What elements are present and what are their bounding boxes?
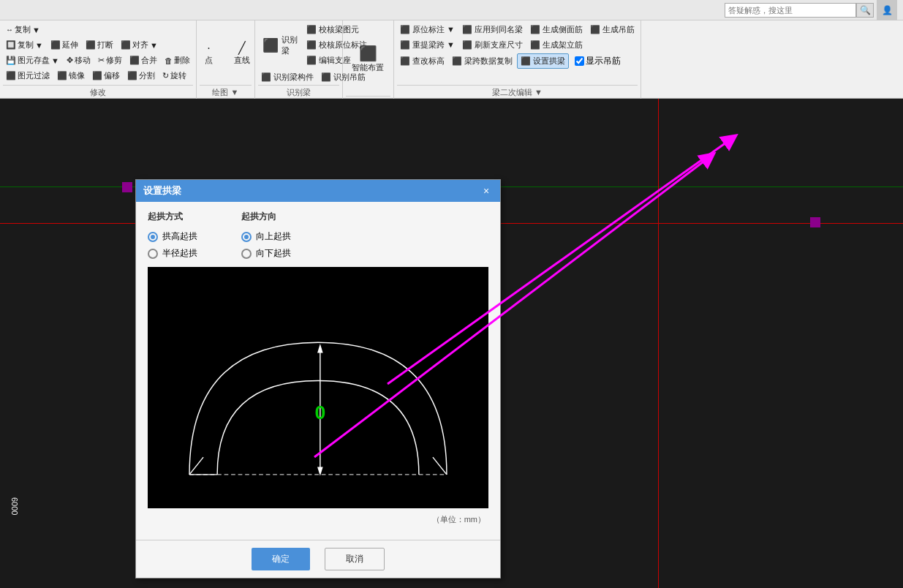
gen-side-rebar-btn[interactable]: ⬛ 生成侧面筋 (527, 23, 586, 37)
toolbar-group-identify-beam: ⬛ 识别梁 ⬛ 校核梁图元 ⬛ 校核原位标注 ⬛ 编辑支座 ⬛ 识别梁构件 ⬛ … (255, 20, 343, 99)
purple-square-left (122, 182, 132, 192)
mirror-button[interactable]: ⬛ 镜像 (54, 69, 88, 83)
arch-preview-svg: 0 (148, 267, 488, 508)
arch-half-label: 半径起拱 (162, 247, 197, 260)
svg-text:0: 0 (314, 402, 325, 423)
svg-line-7 (433, 457, 447, 475)
toolbar: 🔍 👤 ↔ 复制 ▼ 🔲 复制 ▼ ⬛ 延伸 ⬛ 打断 ⬛ 对齐 ▼ 💾 图元存… (0, 0, 903, 99)
gen-hoop-btn[interactable]: ⬛ 生成吊筋 (587, 23, 638, 37)
search-bar: 🔍 👤 (0, 0, 903, 20)
identify-beam-large-button[interactable]: ⬛ 识别梁 (258, 31, 302, 59)
element-filter-button[interactable]: ⬛ 图元过滤 (3, 69, 53, 83)
element-store-button[interactable]: 💾 图元存盘 ▼ (3, 53, 62, 67)
draw-group-label: 绘图 ▼ (200, 85, 252, 98)
identify-beam-part-btn[interactable]: ⬛ 识别梁构件 (258, 70, 317, 84)
check-height-btn[interactable]: ⬛ 查改标高 (397, 54, 447, 68)
smart-label (346, 96, 390, 98)
show-hoop-checkbox[interactable] (575, 56, 584, 66)
dialog: 设置拱梁 × 起拱方式 拱高起拱 半径起拱 (135, 179, 501, 578)
identify-beam-label: 识别梁 (258, 85, 339, 98)
new-support-size-btn[interactable]: ⬛ 刷新支座尺寸 (459, 38, 526, 52)
length-mark-button[interactable]: ↔ 复制 ▼ (3, 23, 43, 37)
arch-half-radio-row[interactable]: 半径起拱 (148, 247, 197, 260)
search-button[interactable]: 🔍 (856, 3, 874, 18)
merge-button[interactable]: ⬛ 合并 (126, 53, 160, 67)
toolbar-group-draw: · 点 ╱ 直线 绘图 ▼ (197, 20, 255, 99)
arch-up-radio-row[interactable]: 向上起拱 (241, 230, 291, 243)
arch-method-label: 起拱方式 (148, 211, 197, 223)
point-button[interactable]: · 点 (194, 39, 223, 69)
copy-button[interactable]: 🔲 复制 ▼ (3, 38, 46, 52)
dialog-options-row: 起拱方式 拱高起拱 半径起拱 起拱方向 向上起拱 (148, 211, 488, 260)
span-copy-btn[interactable]: ⬛ 梁跨数据复制 (449, 54, 515, 68)
toolbar-main: ↔ 复制 ▼ 🔲 复制 ▼ ⬛ 延伸 ⬛ 打断 ⬛ 对齐 ▼ 💾 图元存盘 ▼ … (0, 20, 903, 99)
break-button[interactable]: ⬛ 打断 (83, 38, 116, 52)
arch-half-radio[interactable] (148, 249, 158, 259)
dialog-preview: 0 (148, 267, 488, 508)
svg-line-6 (189, 457, 203, 475)
arch-up-radio[interactable] (241, 232, 252, 242)
svg-marker-3 (317, 344, 323, 353)
cancel-button[interactable]: 取消 (325, 548, 385, 570)
show-hoop-label: 显示吊筋 (586, 55, 621, 67)
toolbar-group-beam-edit: ⬛ 原位标注 ▼ ⬛ 应用到同名梁 ⬛ 生成侧面筋 ⬛ 生成吊筋 ⬛ 重提梁跨 … (394, 20, 641, 99)
delete-button[interactable]: 🗑 删除 (162, 53, 193, 67)
arch-high-radio-row[interactable]: 拱高起拱 (148, 230, 197, 243)
dialog-body: 起拱方式 拱高起拱 半径起拱 起拱方向 向上起拱 (136, 202, 500, 540)
gen-frame-rebar-btn[interactable]: ⬛ 生成架立筋 (527, 38, 586, 52)
set-arch-beam-btn[interactable]: ⬛ 设置拱梁 (517, 53, 569, 69)
arch-direction-group: 起拱方向 向上起拱 向下起拱 (241, 211, 291, 260)
purple-square-right (810, 217, 820, 227)
unit-note: （单位：mm） (148, 514, 488, 525)
align-button[interactable]: ⬛ 对齐 ▼ (118, 38, 161, 52)
rotate-button[interactable]: ↻ 旋转 (159, 69, 189, 83)
arch-method-group: 起拱方式 拱高起拱 半径起拱 (148, 211, 197, 260)
arch-up-label: 向上起拱 (256, 230, 291, 243)
arch-direction-label: 起拱方向 (241, 211, 291, 223)
red-vline (658, 99, 659, 588)
extend-button[interactable]: ⬛ 延伸 (48, 38, 81, 52)
offset-button[interactable]: ⬛ 偏移 (89, 69, 123, 83)
confirm-button[interactable]: 确定 (252, 548, 310, 570)
line-button[interactable]: ╱ 直线 (227, 38, 257, 69)
origin-mark-btn[interactable]: ⬛ 原位标注 ▼ (397, 23, 458, 37)
main-canvas: 6000 设置拱梁 × 起拱方式 拱高起拱 半径起拱 (0, 99, 903, 588)
arch-high-label: 拱高起拱 (162, 230, 197, 243)
beam-edit-label: 梁二次编辑 ▼ (397, 85, 638, 98)
arch-down-radio-row[interactable]: 向下起拱 (241, 247, 291, 260)
smart-layout-button[interactable]: ⬛ 智能布置 (347, 42, 388, 76)
dialog-close-button[interactable]: × (480, 184, 493, 197)
user-avatar[interactable]: 👤 (877, 0, 897, 20)
move-button[interactable]: ✥ 移动 (64, 53, 94, 67)
toolbar-group-smart: ⬛ 智能布置 (343, 20, 394, 99)
apply-same-beam-btn[interactable]: ⬛ 应用到同名梁 (459, 23, 526, 37)
arch-high-radio[interactable] (148, 232, 158, 242)
trim-button[interactable]: ✂ 修剪 (95, 53, 125, 67)
modify-group-label: 修改 (3, 85, 193, 98)
arch-down-radio[interactable] (241, 249, 252, 259)
dialog-title: 设置拱梁 (143, 184, 181, 197)
dialog-footer: 确定 取消 (136, 540, 500, 578)
divide-button[interactable]: ⬛ 分割 (124, 69, 158, 83)
arch-down-label: 向下起拱 (256, 247, 291, 260)
canvas-label-6000: 6000 (10, 497, 19, 515)
re-lift-btn[interactable]: ⬛ 重提梁跨 ▼ (397, 38, 458, 52)
dialog-title-bar: 设置拱梁 × (136, 180, 500, 202)
toolbar-group-modify: ↔ 复制 ▼ 🔲 复制 ▼ ⬛ 延伸 ⬛ 打断 ⬛ 对齐 ▼ 💾 图元存盘 ▼ … (0, 20, 197, 99)
search-input[interactable] (725, 3, 856, 18)
